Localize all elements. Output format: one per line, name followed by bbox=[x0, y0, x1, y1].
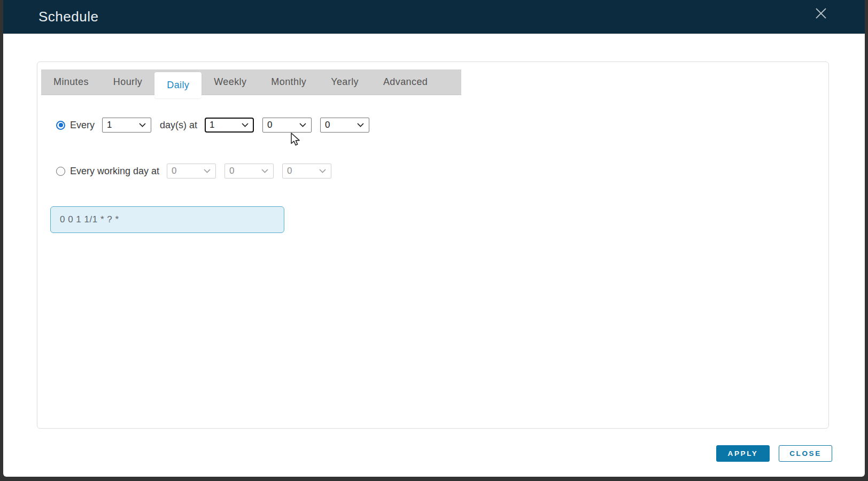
working-hour-value: 0 bbox=[172, 166, 176, 176]
tab-weekly[interactable]: Weekly bbox=[201, 69, 259, 95]
working-minute-value: 0 bbox=[229, 166, 234, 176]
working-second-select[interactable]: 0 bbox=[282, 164, 331, 179]
apply-button[interactable]: APPLY bbox=[716, 445, 770, 462]
schedule-tabbar: Minutes Hourly Daily Weekly Monthly Year… bbox=[41, 69, 461, 95]
schedule-dialog: Schedule Minutes Hourly Daily Weekly Mon… bbox=[3, 0, 865, 477]
tab-monthly[interactable]: Monthly bbox=[259, 69, 319, 95]
schedule-panel: Minutes Hourly Daily Weekly Monthly Year… bbox=[37, 61, 829, 429]
minute-select[interactable]: 0 bbox=[262, 118, 312, 133]
every-day-row: Every 1 day(s) at 1 0 0 bbox=[56, 118, 378, 133]
chevron-down-icon bbox=[299, 123, 306, 127]
cron-expression-field[interactable]: 0 0 1 1/1 * ? * bbox=[50, 206, 284, 233]
tab-daily[interactable]: Daily bbox=[154, 72, 201, 98]
day-interval-value: 1 bbox=[107, 120, 112, 130]
page-title: Schedule bbox=[38, 9, 98, 25]
tab-yearly[interactable]: Yearly bbox=[319, 69, 371, 95]
chevron-down-icon bbox=[261, 169, 268, 173]
day-interval-select[interactable]: 1 bbox=[102, 118, 151, 133]
chevron-down-icon bbox=[319, 169, 326, 173]
hour-value: 1 bbox=[210, 120, 214, 130]
tab-advanced[interactable]: Advanced bbox=[371, 69, 440, 95]
days-at-label: day(s) at bbox=[160, 120, 197, 131]
chevron-down-icon bbox=[204, 169, 211, 173]
tab-minutes[interactable]: Minutes bbox=[41, 69, 101, 95]
every-label: Every bbox=[70, 120, 95, 131]
cron-expression-value: 0 0 1 1/1 * ? * bbox=[60, 214, 119, 225]
dialog-footer: APPLY CLOSE bbox=[716, 445, 832, 462]
every-day-radio[interactable] bbox=[56, 121, 65, 130]
close-button[interactable] bbox=[812, 6, 830, 23]
second-select[interactable]: 0 bbox=[320, 118, 369, 133]
working-day-radio[interactable] bbox=[56, 167, 65, 176]
working-second-value: 0 bbox=[287, 166, 292, 176]
working-minute-select[interactable]: 0 bbox=[224, 164, 274, 179]
tab-hourly[interactable]: Hourly bbox=[101, 69, 154, 95]
chevron-down-icon bbox=[242, 123, 249, 127]
working-hour-select[interactable]: 0 bbox=[167, 164, 216, 179]
working-day-label: Every working day at bbox=[70, 166, 159, 177]
second-value: 0 bbox=[325, 120, 330, 130]
chevron-down-icon bbox=[139, 123, 146, 127]
hour-select[interactable]: 1 bbox=[205, 118, 254, 133]
minute-value: 0 bbox=[267, 120, 272, 130]
chevron-down-icon bbox=[357, 123, 364, 127]
dialog-header: Schedule bbox=[3, 0, 865, 34]
close-dialog-button[interactable]: CLOSE bbox=[779, 445, 832, 462]
working-day-row: Every working day at 0 0 0 bbox=[56, 164, 340, 179]
close-icon bbox=[814, 6, 828, 22]
